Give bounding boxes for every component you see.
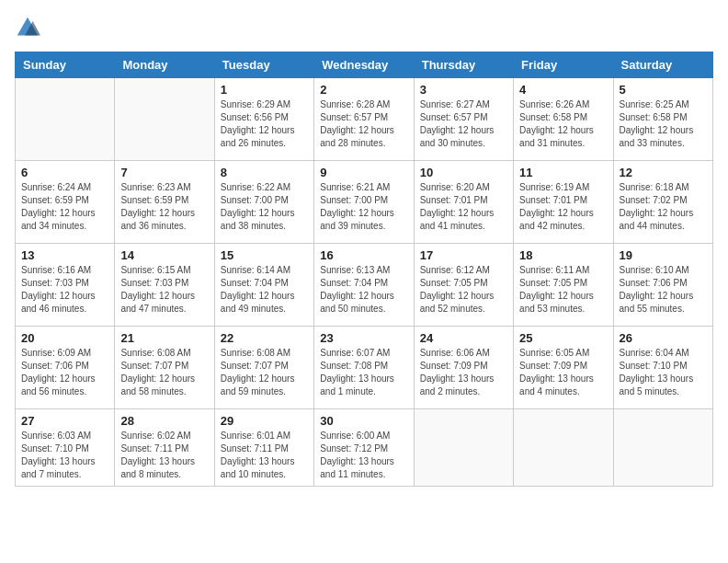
- day-info: Sunrise: 6:09 AM Sunset: 7:06 PM Dayligh…: [21, 347, 108, 398]
- calendar-week-row: 1Sunrise: 6:29 AM Sunset: 6:56 PM Daylig…: [16, 78, 713, 161]
- day-number: 15: [221, 248, 308, 262]
- calendar-day-cell: 8Sunrise: 6:22 AM Sunset: 7:00 PM Daylig…: [214, 161, 313, 244]
- day-number: 5: [620, 83, 707, 97]
- calendar-day-cell: 6Sunrise: 6:24 AM Sunset: 6:59 PM Daylig…: [16, 161, 115, 244]
- page-header: [15, 15, 713, 40]
- day-number: 13: [21, 248, 108, 262]
- calendar-day-cell: 7Sunrise: 6:23 AM Sunset: 6:59 PM Daylig…: [115, 161, 214, 244]
- calendar-day-cell: 1Sunrise: 6:29 AM Sunset: 6:56 PM Daylig…: [214, 78, 313, 161]
- day-info: Sunrise: 6:10 AM Sunset: 7:06 PM Dayligh…: [620, 264, 707, 316]
- calendar-day-cell: 19Sunrise: 6:10 AM Sunset: 7:06 PM Dayli…: [613, 244, 712, 327]
- day-info: Sunrise: 6:14 AM Sunset: 7:04 PM Dayligh…: [221, 264, 308, 316]
- weekday-header-cell: Thursday: [414, 52, 513, 78]
- day-number: 21: [120, 331, 208, 345]
- day-info: Sunrise: 6:15 AM Sunset: 7:03 PM Dayligh…: [120, 264, 208, 316]
- calendar-week-row: 13Sunrise: 6:16 AM Sunset: 7:03 PM Dayli…: [16, 244, 713, 327]
- calendar-day-cell: 30Sunrise: 6:00 AM Sunset: 7:12 PM Dayli…: [314, 409, 414, 487]
- day-number: 17: [420, 248, 507, 262]
- calendar-day-cell: 5Sunrise: 6:25 AM Sunset: 6:58 PM Daylig…: [613, 78, 712, 161]
- calendar-day-cell: 3Sunrise: 6:27 AM Sunset: 6:57 PM Daylig…: [414, 78, 513, 161]
- calendar-day-cell: 17Sunrise: 6:12 AM Sunset: 7:05 PM Dayli…: [414, 244, 513, 327]
- day-number: 22: [221, 331, 308, 345]
- calendar-day-cell: 2Sunrise: 6:28 AM Sunset: 6:57 PM Daylig…: [314, 78, 414, 161]
- day-number: 7: [120, 166, 208, 179]
- day-number: 14: [120, 248, 208, 262]
- day-number: 28: [120, 414, 208, 428]
- day-number: 29: [221, 414, 308, 428]
- day-info: Sunrise: 6:24 AM Sunset: 6:59 PM Dayligh…: [21, 181, 108, 233]
- day-number: 12: [620, 166, 707, 179]
- day-info: Sunrise: 6:19 AM Sunset: 7:01 PM Dayligh…: [519, 181, 607, 233]
- day-number: 30: [320, 414, 407, 428]
- calendar-day-cell: [115, 78, 214, 161]
- logo-icon: [15, 15, 40, 40]
- day-info: Sunrise: 6:02 AM Sunset: 7:11 PM Dayligh…: [120, 430, 208, 481]
- calendar-day-cell: 10Sunrise: 6:20 AM Sunset: 7:01 PM Dayli…: [414, 161, 513, 244]
- day-info: Sunrise: 6:07 AM Sunset: 7:08 PM Dayligh…: [320, 347, 407, 398]
- weekday-header-cell: Friday: [514, 52, 613, 78]
- weekday-header-cell: Tuesday: [214, 52, 313, 78]
- calendar-day-cell: 15Sunrise: 6:14 AM Sunset: 7:04 PM Dayli…: [214, 244, 313, 327]
- day-number: 2: [320, 83, 407, 97]
- day-number: 27: [21, 414, 108, 428]
- day-number: 24: [420, 331, 507, 345]
- calendar-day-cell: 26Sunrise: 6:04 AM Sunset: 7:10 PM Dayli…: [613, 327, 712, 409]
- day-info: Sunrise: 6:20 AM Sunset: 7:01 PM Dayligh…: [420, 181, 507, 233]
- weekday-header-cell: Sunday: [16, 52, 115, 78]
- day-info: Sunrise: 6:25 AM Sunset: 6:58 PM Dayligh…: [620, 98, 707, 150]
- day-number: 26: [620, 331, 707, 345]
- calendar-day-cell: [16, 78, 115, 161]
- calendar-day-cell: 14Sunrise: 6:15 AM Sunset: 7:03 PM Dayli…: [115, 244, 214, 327]
- day-number: 1: [221, 83, 308, 97]
- weekday-header-cell: Saturday: [613, 52, 712, 78]
- day-number: 8: [221, 166, 308, 179]
- calendar-day-cell: [414, 409, 513, 487]
- calendar-day-cell: 28Sunrise: 6:02 AM Sunset: 7:11 PM Dayli…: [115, 409, 214, 487]
- logo: [15, 15, 44, 40]
- calendar-day-cell: 12Sunrise: 6:18 AM Sunset: 7:02 PM Dayli…: [613, 161, 712, 244]
- day-number: 25: [519, 331, 607, 345]
- day-info: Sunrise: 6:28 AM Sunset: 6:57 PM Dayligh…: [320, 98, 407, 150]
- calendar-day-cell: 23Sunrise: 6:07 AM Sunset: 7:08 PM Dayli…: [314, 327, 414, 409]
- day-info: Sunrise: 6:03 AM Sunset: 7:10 PM Dayligh…: [21, 430, 108, 481]
- day-number: 6: [21, 166, 108, 179]
- day-info: Sunrise: 6:04 AM Sunset: 7:10 PM Dayligh…: [620, 347, 707, 398]
- day-info: Sunrise: 6:00 AM Sunset: 7:12 PM Dayligh…: [320, 430, 407, 481]
- day-info: Sunrise: 6:26 AM Sunset: 6:58 PM Dayligh…: [519, 98, 607, 150]
- calendar-week-row: 20Sunrise: 6:09 AM Sunset: 7:06 PM Dayli…: [16, 327, 713, 409]
- day-number: 11: [519, 166, 607, 179]
- day-info: Sunrise: 6:06 AM Sunset: 7:09 PM Dayligh…: [420, 347, 507, 398]
- day-number: 23: [320, 331, 407, 345]
- calendar-day-cell: 22Sunrise: 6:08 AM Sunset: 7:07 PM Dayli…: [214, 327, 313, 409]
- calendar-week-row: 6Sunrise: 6:24 AM Sunset: 6:59 PM Daylig…: [16, 161, 713, 244]
- day-info: Sunrise: 6:01 AM Sunset: 7:11 PM Dayligh…: [221, 430, 308, 481]
- calendar-body: 1Sunrise: 6:29 AM Sunset: 6:56 PM Daylig…: [16, 78, 713, 487]
- day-info: Sunrise: 6:08 AM Sunset: 7:07 PM Dayligh…: [221, 347, 308, 398]
- day-info: Sunrise: 6:21 AM Sunset: 7:00 PM Dayligh…: [320, 181, 407, 233]
- calendar-day-cell: 9Sunrise: 6:21 AM Sunset: 7:00 PM Daylig…: [314, 161, 414, 244]
- day-number: 10: [420, 166, 507, 179]
- weekday-header-cell: Wednesday: [314, 52, 414, 78]
- day-info: Sunrise: 6:18 AM Sunset: 7:02 PM Dayligh…: [620, 181, 707, 233]
- day-number: 4: [519, 83, 607, 97]
- weekday-header-cell: Monday: [115, 52, 214, 78]
- day-info: Sunrise: 6:16 AM Sunset: 7:03 PM Dayligh…: [21, 264, 108, 316]
- calendar-day-cell: [613, 409, 712, 487]
- day-number: 20: [21, 331, 108, 345]
- weekday-header-row: SundayMondayTuesdayWednesdayThursdayFrid…: [16, 52, 713, 78]
- day-number: 9: [320, 166, 407, 179]
- calendar-day-cell: 25Sunrise: 6:05 AM Sunset: 7:09 PM Dayli…: [514, 327, 613, 409]
- day-info: Sunrise: 6:23 AM Sunset: 6:59 PM Dayligh…: [120, 181, 208, 233]
- calendar-day-cell: 21Sunrise: 6:08 AM Sunset: 7:07 PM Dayli…: [115, 327, 214, 409]
- day-number: 19: [620, 248, 707, 262]
- day-info: Sunrise: 6:11 AM Sunset: 7:05 PM Dayligh…: [519, 264, 607, 316]
- calendar-day-cell: 20Sunrise: 6:09 AM Sunset: 7:06 PM Dayli…: [16, 327, 115, 409]
- day-number: 3: [420, 83, 507, 97]
- calendar-day-cell: 11Sunrise: 6:19 AM Sunset: 7:01 PM Dayli…: [514, 161, 613, 244]
- day-info: Sunrise: 6:27 AM Sunset: 6:57 PM Dayligh…: [420, 98, 507, 150]
- day-info: Sunrise: 6:05 AM Sunset: 7:09 PM Dayligh…: [519, 347, 607, 398]
- calendar-day-cell: 16Sunrise: 6:13 AM Sunset: 7:04 PM Dayli…: [314, 244, 414, 327]
- calendar-table: SundayMondayTuesdayWednesdayThursdayFrid…: [15, 52, 713, 487]
- calendar-day-cell: 18Sunrise: 6:11 AM Sunset: 7:05 PM Dayli…: [514, 244, 613, 327]
- day-info: Sunrise: 6:08 AM Sunset: 7:07 PM Dayligh…: [120, 347, 208, 398]
